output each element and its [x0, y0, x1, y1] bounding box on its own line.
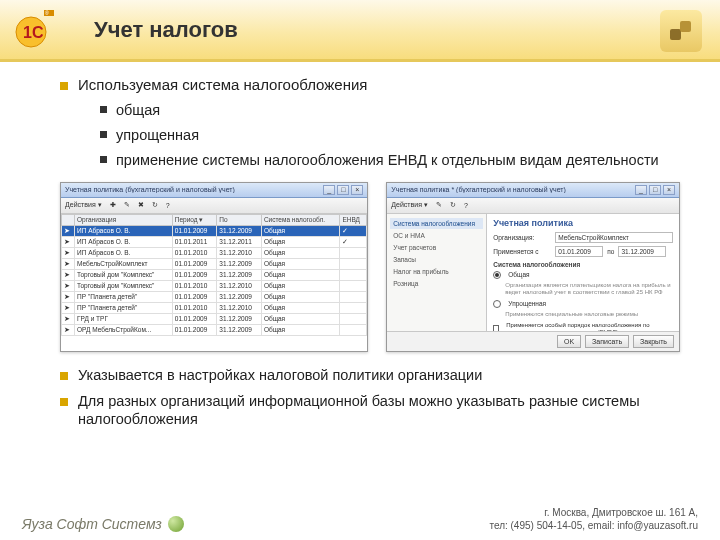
logo-1c: 1С®	[14, 8, 66, 52]
slide-footer: Яуза Софт Системз г. Москва, Дмитровское…	[0, 506, 720, 532]
bullet-2: Указывается в настройках налоговой полит…	[60, 366, 680, 384]
refresh-icon[interactable]: ↻	[152, 201, 158, 209]
slide-header: 1С® Учет налогов	[0, 0, 720, 62]
label-to: по	[607, 248, 614, 255]
window-form: Учетная политика * (бухгалтерский и нало…	[386, 182, 680, 352]
table-row[interactable]: ➤ПР "Планета детей"01.01.200931.12.2009О…	[62, 291, 367, 302]
bullet-3: Для разных организаций информационной ба…	[60, 392, 680, 428]
sub-3: применение системы налогообложения ЕНВД …	[100, 151, 680, 170]
win1-grid-wrap: Организация Период ▾ По Система налогооб…	[61, 214, 367, 351]
radio-general[interactable]	[493, 271, 501, 279]
win2-body: Система налогообложения ОС и НМА Учет ра…	[387, 214, 679, 331]
col-marker[interactable]	[62, 214, 75, 225]
col-system[interactable]: Система налогообл.	[261, 214, 340, 225]
slide-body: Используемая система налогообложения общ…	[0, 62, 720, 428]
sub-1: общая	[100, 101, 680, 120]
table-row[interactable]: ➤Торговый дом "Комплекс"01.01.200931.12.…	[62, 269, 367, 280]
panel-title: Учетная политика	[493, 218, 673, 228]
col-org[interactable]: Организация	[75, 214, 173, 225]
header-decor-icon	[660, 10, 702, 52]
nav-tax-system[interactable]: Система налогообложения	[390, 218, 483, 229]
globe-icon	[168, 516, 184, 532]
nav-profit-tax[interactable]: Налог на прибыль	[390, 266, 483, 277]
date-to-field[interactable]: 31.12.2009	[618, 246, 666, 257]
svg-text:®: ®	[45, 10, 49, 16]
bullet-1-text: Используемая система налогообложения	[78, 76, 367, 93]
nav-calc[interactable]: Учет расчетов	[390, 242, 483, 253]
note-general: Организация является плательщиком налога…	[505, 282, 673, 296]
delete-icon[interactable]: ✖	[138, 201, 144, 209]
save-button[interactable]: Записать	[585, 335, 629, 348]
minimize-icon[interactable]: _	[323, 185, 335, 195]
note-simplified: Применяются специальные налоговые режимы	[505, 311, 673, 318]
svg-rect-5	[670, 29, 681, 40]
table-row[interactable]: ➤ОРД МебельСтройКом...01.01.200931.12.20…	[62, 324, 367, 335]
nav-os-nma[interactable]: ОС и НМА	[390, 230, 483, 241]
win2-title: Учетная политика * (бухгалтерский и нало…	[391, 186, 566, 193]
date-from-field[interactable]: 01.01.2009	[555, 246, 603, 257]
svg-rect-6	[680, 21, 691, 32]
screenshot-row: Учетная политика (бухгалтерский и налого…	[60, 182, 680, 352]
window-list: Учетная политика (бухгалтерский и налого…	[60, 182, 368, 352]
table-row[interactable]: ➤ИП Абрасов О. В.01.01.201131.12.2011Общ…	[62, 236, 367, 247]
maximize-icon[interactable]: □	[337, 185, 349, 195]
contact-line1: г. Москва, Дмитровское ш. 161 А,	[489, 506, 698, 519]
col-from[interactable]: Период ▾	[172, 214, 217, 225]
table-row[interactable]: ➤ИП Абрасов О. В.01.01.200931.12.2009Общ…	[62, 225, 367, 236]
help-icon[interactable]: ?	[166, 202, 170, 209]
checkbox-envd-label: Применяется особый порядок налогообложен…	[506, 322, 673, 330]
table-row[interactable]: ➤Торговый дом "Комплекс"01.01.201031.12.…	[62, 280, 367, 291]
close-button[interactable]: Закрыть	[633, 335, 674, 348]
radio-general-label: Общая	[508, 271, 529, 278]
table-row[interactable]: ➤МебельСтройКомплект01.01.200931.12.2009…	[62, 258, 367, 269]
nav-pane: Система налогообложения ОС и НМА Учет ра…	[387, 214, 487, 331]
nav-stock[interactable]: Запасы	[390, 254, 483, 265]
form-pane: Учетная политика Организация: МебельСтро…	[487, 214, 679, 331]
bullet-1: Используемая система налогообложения общ…	[60, 76, 680, 170]
form-buttons: OK Записать Закрыть	[387, 331, 679, 351]
table-row[interactable]: ➤ПР "Планета детей"01.01.201031.12.2010О…	[62, 302, 367, 313]
label-period: Применяется с	[493, 248, 551, 255]
add-icon[interactable]: ✚	[110, 201, 116, 209]
minimize-icon[interactable]: _	[635, 185, 647, 195]
menu-actions[interactable]: Действия ▾	[65, 201, 102, 209]
maximize-icon[interactable]: □	[649, 185, 661, 195]
nav-retail[interactable]: Розница	[390, 278, 483, 289]
help-icon[interactable]: ?	[464, 202, 468, 209]
win2-toolbar: Действия ▾ ✎ ↻ ?	[387, 198, 679, 214]
policy-table[interactable]: Организация Период ▾ По Система налогооб…	[61, 214, 367, 336]
win1-toolbar: Действия ▾ ✚ ✎ ✖ ↻ ?	[61, 198, 367, 214]
radio-simplified[interactable]	[493, 300, 501, 308]
win1-title: Учетная политика (бухгалтерский и налого…	[65, 186, 235, 193]
svg-text:1С: 1С	[23, 24, 44, 41]
edit-icon[interactable]: ✎	[436, 201, 442, 209]
col-envd[interactable]: ЕНВД	[340, 214, 367, 225]
company-name: Яуза Софт Системз	[22, 516, 184, 532]
contact-line2: тел: (495) 504-14-05, email: info@yauzas…	[489, 519, 698, 532]
close-icon[interactable]: ×	[663, 185, 675, 195]
contact-block: г. Москва, Дмитровское ш. 161 А, тел: (4…	[489, 506, 698, 532]
label-sys: Система налогообложения	[493, 261, 580, 268]
col-to[interactable]: По	[217, 214, 262, 225]
radio-simplified-label: Упрощенная	[508, 300, 546, 307]
org-field[interactable]: МебельСтройКомплект	[555, 232, 673, 243]
sub-2: упрощенная	[100, 126, 680, 145]
table-row[interactable]: ➤ИП Абрасов О. В.01.01.201031.12.2010Общ…	[62, 247, 367, 258]
menu-actions[interactable]: Действия ▾	[391, 201, 428, 209]
slide-title: Учет налогов	[94, 17, 238, 43]
win2-titlebar: Учетная политика * (бухгалтерский и нало…	[387, 183, 679, 198]
ok-button[interactable]: OK	[557, 335, 581, 348]
edit-icon[interactable]: ✎	[124, 201, 130, 209]
table-row[interactable]: ➤ГРД и ТРГ01.01.200931.12.2009Общая	[62, 313, 367, 324]
label-org: Организация:	[493, 234, 551, 241]
close-icon[interactable]: ×	[351, 185, 363, 195]
refresh-icon[interactable]: ↻	[450, 201, 456, 209]
win1-titlebar: Учетная политика (бухгалтерский и налого…	[61, 183, 367, 198]
